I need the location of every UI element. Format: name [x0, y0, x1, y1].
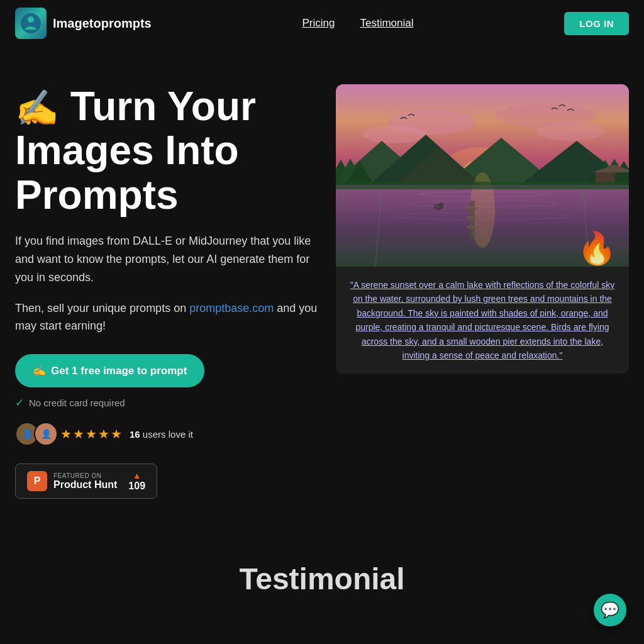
logo-icon [15, 8, 47, 39]
product-hunt-badge[interactable]: P FEATURED ON Product Hunt ▲ 109 [15, 464, 157, 499]
svg-point-34 [439, 203, 444, 208]
lake-image: 🔥 [336, 84, 629, 267]
svg-point-9 [536, 122, 605, 141]
upvote-arrow-icon: ▲ [133, 470, 142, 480]
nav-links: Pricing Testimonial [303, 17, 414, 30]
chat-bubble-button[interactable]: 💬 [594, 594, 626, 626]
check-icon: ✓ [15, 396, 24, 409]
hero-title: ✍️ Turn Your Images Into Prompts [15, 84, 323, 217]
star-rating: ★ ★ ★ ★ ★ [60, 426, 122, 441]
logo[interactable]: Imagetoprompts [15, 8, 152, 39]
product-hunt-count: ▲ 109 [128, 470, 145, 492]
social-proof: 👤 👤 ★ ★ ★ ★ ★ 16 users love it [15, 422, 323, 446]
avatars: 👤 👤 [15, 422, 53, 446]
hero-description-1: If you find images from DALL-E or MidJou… [15, 232, 323, 286]
hero-description-2: Then, sell your unique prompts on prompt… [15, 299, 323, 336]
cta-button[interactable]: ✍️ Get 1 free image to prompt [15, 354, 204, 387]
chat-icon: 💬 [601, 601, 619, 619]
product-hunt-icon: P [27, 471, 47, 491]
product-hunt-text: FEATURED ON Product Hunt [53, 472, 117, 491]
nav-link-pricing[interactable]: Pricing [303, 17, 335, 30]
nav-link-testimonial[interactable]: Testimonial [360, 17, 413, 30]
svg-point-0 [21, 13, 41, 33]
cta-label: Get 1 free image to prompt [51, 365, 187, 377]
no-cc-label: No credit card required [29, 397, 125, 408]
svg-rect-29 [470, 201, 475, 238]
no-credit-card-notice: ✓ No credit card required [15, 396, 323, 409]
navbar: Imagetoprompts Pricing Testimonial LOG I… [0, 0, 644, 47]
avatar-2: 👤 [34, 422, 58, 446]
testimonial-title: Testimonial [15, 562, 629, 596]
logo-text: Imagetoprompts [53, 16, 152, 31]
hero-right: 🔥 "A serene sunset over a calm lake with… [336, 84, 629, 374]
cta-icon: ✍️ [33, 364, 46, 377]
svg-point-8 [363, 126, 426, 143]
hero-section: ✍️ Turn Your Images Into Prompts If you … [0, 47, 644, 524]
prompt-text: "A serene sunset over a calm lake with r… [348, 278, 616, 362]
svg-rect-32 [467, 226, 478, 228]
prompt-overlay: "A serene sunset over a calm lake with r… [336, 267, 629, 374]
svg-rect-31 [467, 216, 478, 219]
ai-flame-icon: 🔥 [577, 230, 616, 267]
testimonial-section: Testimonial [0, 524, 644, 609]
login-button[interactable]: LOG IN [564, 12, 629, 35]
hero-left: ✍️ Turn Your Images Into Prompts If you … [15, 84, 323, 499]
svg-point-1 [28, 16, 34, 23]
promptbase-link[interactable]: promptbase.com [189, 302, 274, 314]
svg-rect-30 [467, 207, 478, 209]
svg-rect-38 [336, 182, 629, 189]
image-card: 🔥 "A serene sunset over a calm lake with… [336, 84, 629, 374]
users-label: 16 users love it [130, 429, 193, 440]
pen-icon: ✍️ [15, 88, 59, 128]
